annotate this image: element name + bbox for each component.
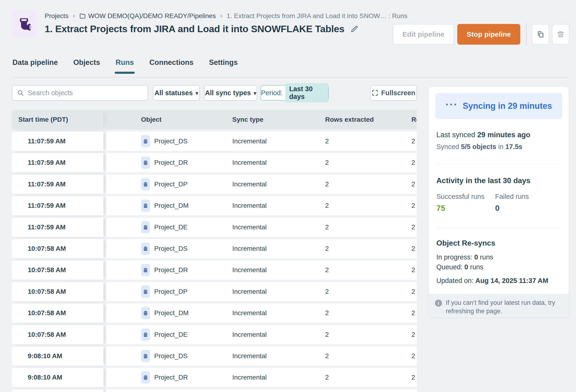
duplicate-pipeline-button[interactable] bbox=[532, 24, 549, 45]
database-object-icon bbox=[141, 329, 150, 341]
table-row[interactable]: Project_DM Incremental 2 2 11:07:59 AM bbox=[12, 196, 417, 215]
database-object-icon bbox=[141, 157, 150, 169]
rows-extracted-value: 2 bbox=[325, 368, 329, 387]
sync-type-value: Incremental bbox=[232, 196, 267, 215]
column-header-object: Object bbox=[141, 110, 162, 130]
rows-extracted-value: 2 bbox=[325, 303, 329, 323]
search-box[interactable] bbox=[12, 85, 148, 101]
rows-extracted-value: 2 bbox=[325, 346, 329, 366]
fullscreen-icon bbox=[372, 89, 378, 96]
table-row[interactable]: Project_DR Incremental 2 2 11:07:59 AM bbox=[12, 153, 417, 172]
sync-type-value: Incremental bbox=[232, 325, 267, 344]
table-row[interactable] bbox=[12, 390, 417, 392]
object-name: Project_DE bbox=[154, 224, 188, 231]
copy-icon bbox=[537, 30, 544, 38]
start-time-value: 11:07:59 AM bbox=[12, 159, 66, 166]
start-time-value: 11:07:59 AM bbox=[12, 138, 66, 145]
table-row[interactable]: Project_DR Incremental 2 2 9:08:10 AM bbox=[12, 368, 417, 387]
ellipsis-icon: ··· bbox=[446, 99, 458, 111]
rows-extracted-value: 2 bbox=[325, 218, 329, 237]
tab-data-pipeline[interactable]: Data pipeline bbox=[12, 58, 58, 74]
object-name: Project_DR bbox=[154, 374, 188, 381]
column-header-rows-loaded: Rows loaded bbox=[411, 110, 417, 130]
table-row[interactable]: Project_DR Incremental 2 2 10:07:58 AM bbox=[12, 260, 417, 280]
breadcrumb-item-folder[interactable]: WOW DEMO(QA)/DEMO READY/Pipelines bbox=[79, 12, 216, 20]
rows-extracted-value: 2 bbox=[325, 325, 329, 344]
sync-type-value: Incremental bbox=[232, 218, 267, 237]
start-time-value: 10:07:58 AM bbox=[12, 288, 66, 295]
info-icon: i bbox=[435, 300, 442, 307]
start-time-value: 11:07:59 AM bbox=[12, 180, 66, 188]
breadcrumb-item-projects[interactable]: Projects bbox=[45, 12, 68, 20]
tab-connections[interactable]: Connections bbox=[149, 58, 194, 74]
syncing-status-text: Syncing in 29 minutes bbox=[463, 101, 552, 111]
tab-objects[interactable]: Objects bbox=[73, 58, 100, 74]
rows-loaded-value: 2 bbox=[411, 303, 415, 323]
start-time-value: 11:07:59 AM bbox=[12, 224, 66, 231]
sync-type-value: Incremental bbox=[232, 368, 267, 387]
rows-loaded-value: 2 bbox=[411, 282, 415, 301]
object-name: Project_DR bbox=[154, 266, 188, 274]
rows-extracted-value: 2 bbox=[325, 282, 329, 301]
column-header-sync-type: Sync type bbox=[232, 110, 263, 130]
table-row[interactable]: Project_DP Incremental 2 2 10:07:58 AM bbox=[12, 282, 417, 301]
database-object-icon bbox=[141, 350, 150, 362]
sync-type-value: Incremental bbox=[232, 153, 267, 172]
object-name: Project_DR bbox=[154, 159, 188, 166]
search-input[interactable] bbox=[27, 89, 143, 97]
sync-type-value: Incremental bbox=[232, 303, 267, 323]
synced-objects-line: Synced 5/5 objects in 17.5s bbox=[436, 143, 522, 151]
page-title: 1. Extract Projects from JIRA and Load i… bbox=[45, 24, 345, 34]
status-filter-dropdown[interactable]: All statuses ▾ bbox=[153, 85, 200, 101]
rows-extracted-value: 2 bbox=[325, 239, 329, 258]
stop-pipeline-button[interactable]: Stop pipeline bbox=[457, 24, 520, 45]
panel-footer-note: i If you can’t find your latest run data… bbox=[429, 294, 569, 317]
sync-type-value: Incremental bbox=[232, 175, 267, 194]
sync-type-value: Incremental bbox=[232, 239, 267, 258]
tab-settings[interactable]: Settings bbox=[209, 58, 238, 74]
chevron-right-icon: › bbox=[220, 11, 223, 20]
database-object-icon bbox=[141, 264, 150, 276]
rows-loaded-value: 2 bbox=[411, 132, 415, 151]
rows-loaded-value: 2 bbox=[411, 325, 415, 344]
breadcrumb-item-current: 1. Extract Projects from JIRA and Load i… bbox=[227, 12, 407, 20]
table-row[interactable]: Project_DS Incremental 2 2 9:08:10 AM bbox=[12, 346, 417, 366]
object-name: Project_DS bbox=[154, 245, 188, 252]
table-row[interactable]: Project_DM Incremental 2 2 10:07:58 AM bbox=[12, 303, 417, 323]
sync-type-value: Incremental bbox=[232, 260, 267, 280]
pipeline-source-icon bbox=[12, 10, 36, 37]
tab-runs[interactable]: Runs bbox=[116, 58, 134, 74]
pipe-icon bbox=[17, 16, 31, 31]
rows-extracted-value: 2 bbox=[325, 260, 329, 280]
table-row[interactable]: Project_DS Incremental 2 2 10:07:58 AM bbox=[12, 239, 417, 258]
search-icon bbox=[17, 89, 24, 96]
edit-pipeline-button[interactable]: Edit pipeline bbox=[393, 24, 454, 45]
edit-title-pencil-icon[interactable] bbox=[350, 25, 359, 33]
rows-extracted-value: 2 bbox=[325, 153, 329, 172]
start-time-value: 9:08:10 AM bbox=[12, 374, 62, 381]
column-header-rows-extracted: Rows extracted bbox=[325, 110, 374, 130]
resyncs-section-title: Object Re-syncs bbox=[436, 239, 495, 248]
sync-type-value: Incremental bbox=[232, 132, 267, 151]
sync-type-filter-dropdown[interactable]: All sync types ▾ bbox=[204, 85, 257, 101]
runs-table: Start time (PDT) Object Sync type Rows e… bbox=[12, 110, 417, 392]
object-name: Project_DP bbox=[154, 180, 188, 188]
rows-loaded-value: 2 bbox=[411, 175, 415, 194]
header-actions-divider bbox=[526, 23, 527, 46]
period-filter[interactable]: Period: Last 30 days bbox=[260, 85, 329, 101]
table-row[interactable]: Project_DE Incremental 2 2 10:07:58 AM bbox=[12, 325, 417, 344]
table-row[interactable]: Project_DE Incremental 2 2 11:07:59 AM bbox=[12, 218, 417, 237]
fullscreen-button[interactable]: Fullscreen bbox=[370, 85, 417, 101]
rows-loaded-value: 2 bbox=[411, 260, 415, 280]
start-time-value: 10:07:58 AM bbox=[12, 309, 66, 317]
rows-loaded-value: 2 bbox=[411, 368, 415, 387]
delete-pipeline-button[interactable] bbox=[552, 24, 569, 45]
queued-runs: Queued: 0 runs bbox=[436, 263, 483, 271]
chevron-down-icon: ▾ bbox=[196, 90, 198, 96]
in-progress-runs: In progress: 0 runs bbox=[436, 253, 493, 261]
table-row[interactable]: Project_DS Incremental 2 2 11:07:59 AM bbox=[12, 132, 417, 151]
database-object-icon bbox=[141, 307, 150, 319]
database-object-icon bbox=[141, 371, 150, 384]
table-row[interactable]: Project_DP Incremental 2 2 11:07:59 AM bbox=[12, 175, 417, 194]
rows-loaded-value: 2 bbox=[411, 153, 415, 172]
